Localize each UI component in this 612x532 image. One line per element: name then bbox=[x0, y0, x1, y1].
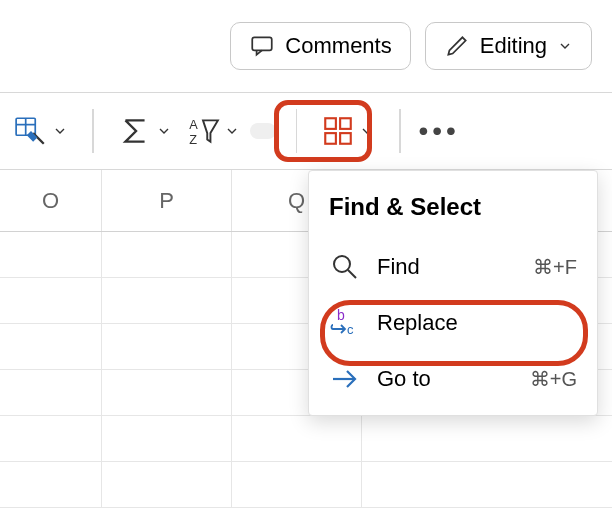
chevron-down-icon bbox=[359, 123, 375, 139]
cell[interactable] bbox=[0, 416, 102, 461]
svg-text:b: b bbox=[337, 307, 345, 323]
cell[interactable] bbox=[102, 324, 232, 369]
cell[interactable] bbox=[102, 462, 232, 507]
cell[interactable] bbox=[0, 370, 102, 415]
menu-item-replace[interactable]: b c Replace bbox=[309, 295, 597, 351]
find-select-button[interactable] bbox=[250, 123, 276, 139]
comments-button[interactable]: Comments bbox=[230, 22, 410, 70]
cell[interactable] bbox=[232, 462, 362, 507]
chevron-down-icon bbox=[557, 38, 573, 54]
column-header-p[interactable]: P bbox=[102, 170, 232, 231]
table-row bbox=[0, 462, 612, 508]
format-painter-button[interactable] bbox=[10, 108, 72, 154]
sort-filter-icon: A Z bbox=[186, 114, 220, 148]
replace-icon: b c bbox=[329, 307, 361, 339]
sigma-icon bbox=[118, 114, 152, 148]
cell[interactable] bbox=[102, 370, 232, 415]
chevron-down-icon bbox=[224, 123, 240, 139]
cell[interactable] bbox=[102, 232, 232, 277]
svg-text:A: A bbox=[189, 117, 198, 132]
cell[interactable] bbox=[102, 278, 232, 323]
svg-text:Z: Z bbox=[189, 132, 197, 147]
menu-item-label: Replace bbox=[377, 310, 458, 336]
cell[interactable] bbox=[0, 232, 102, 277]
top-bar: Comments Editing bbox=[0, 0, 612, 92]
svg-rect-9 bbox=[340, 118, 351, 129]
pencil-icon bbox=[444, 33, 470, 59]
menu-item-label: Find bbox=[377, 254, 420, 280]
ribbon: A Z ••• bbox=[0, 92, 612, 170]
editing-label: Editing bbox=[480, 33, 547, 59]
view-grid-button[interactable] bbox=[317, 108, 379, 154]
editing-button[interactable]: Editing bbox=[425, 22, 592, 70]
svg-rect-11 bbox=[340, 133, 351, 144]
chevron-down-icon bbox=[52, 123, 68, 139]
autosum-button[interactable] bbox=[114, 108, 176, 154]
table-brush-icon bbox=[14, 114, 48, 148]
cell[interactable] bbox=[0, 324, 102, 369]
cell[interactable] bbox=[102, 416, 232, 461]
menu-title: Find & Select bbox=[309, 185, 597, 239]
separator bbox=[92, 109, 94, 153]
menu-item-label: Go to bbox=[377, 366, 431, 392]
menu-item-find[interactable]: Find ⌘+F bbox=[309, 239, 597, 295]
menu-shortcut: ⌘+F bbox=[533, 255, 577, 279]
table-row bbox=[0, 416, 612, 462]
more-button[interactable]: ••• bbox=[411, 115, 468, 147]
menu-shortcut: ⌘+G bbox=[530, 367, 577, 391]
svg-rect-0 bbox=[253, 37, 273, 50]
cell[interactable] bbox=[232, 416, 362, 461]
svg-rect-10 bbox=[325, 133, 336, 144]
separator bbox=[296, 109, 298, 153]
sort-filter-button[interactable]: A Z bbox=[182, 108, 244, 154]
chevron-down-icon bbox=[156, 123, 172, 139]
grid-icon bbox=[321, 114, 355, 148]
comment-icon bbox=[249, 33, 275, 59]
menu-item-goto[interactable]: Go to ⌘+G bbox=[309, 351, 597, 407]
svg-point-12 bbox=[334, 256, 350, 272]
separator bbox=[399, 109, 401, 153]
svg-text:c: c bbox=[347, 322, 354, 337]
comments-label: Comments bbox=[285, 33, 391, 59]
svg-rect-8 bbox=[325, 118, 336, 129]
cell[interactable] bbox=[0, 462, 102, 507]
search-icon bbox=[329, 251, 361, 283]
arrow-right-icon bbox=[329, 363, 361, 395]
column-header-o[interactable]: O bbox=[0, 170, 102, 231]
find-select-menu: Find & Select Find ⌘+F b c Replace Go to… bbox=[308, 170, 598, 416]
svg-line-13 bbox=[348, 270, 356, 278]
cell[interactable] bbox=[0, 278, 102, 323]
